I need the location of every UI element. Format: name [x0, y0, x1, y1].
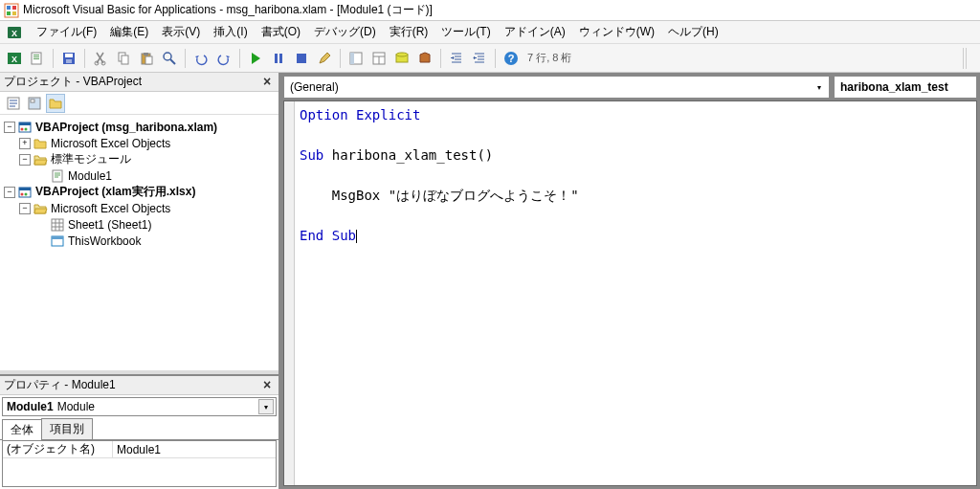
view-object-icon[interactable]: [25, 94, 44, 113]
tree-label: VBAProject (xlam実行用.xlsx): [35, 184, 195, 200]
tree-folder[interactable]: − Microsoft Excel Objects: [2, 200, 277, 216]
svg-text:?: ?: [508, 53, 515, 64]
paste-icon[interactable]: [136, 48, 157, 69]
tree-project-1[interactable]: − VBAProject (msg_haribona.xlam): [2, 119, 277, 135]
project-panel-title: プロジェクト - VBAProject: [4, 74, 142, 90]
svg-rect-21: [144, 53, 148, 56]
svg-rect-4: [12, 11, 16, 15]
menu-addins[interactable]: アドイン(A): [499, 22, 571, 42]
copy-icon[interactable]: [113, 48, 134, 69]
tree-folder[interactable]: − 標準モジュール: [2, 151, 277, 167]
view-excel-icon[interactable]: X: [4, 48, 25, 69]
svg-rect-27: [297, 54, 306, 63]
properties-grid[interactable]: (オブジェクト名) Module1: [2, 440, 277, 487]
project-panel-toolbar: [0, 92, 278, 115]
object-browser-icon[interactable]: [391, 48, 412, 69]
code-keyword: Sub: [300, 147, 323, 163]
view-code-icon[interactable]: [4, 94, 23, 113]
svg-rect-25: [275, 54, 278, 63]
menu-debug[interactable]: デバッグ(D): [308, 22, 382, 42]
tab-categorized[interactable]: 項目別: [41, 418, 93, 439]
help-icon[interactable]: ?: [501, 48, 522, 69]
collapse-icon[interactable]: −: [4, 122, 15, 133]
toolbox-icon[interactable]: [414, 48, 435, 69]
expand-icon[interactable]: +: [19, 138, 31, 149]
close-icon[interactable]: ×: [257, 376, 277, 393]
break-icon[interactable]: [268, 48, 289, 69]
tree-module[interactable]: Module1: [2, 167, 277, 184]
code-text: haribona_xlam_test(): [323, 147, 493, 163]
collapse-icon[interactable]: −: [19, 203, 31, 214]
svg-point-61: [21, 192, 24, 195]
svg-rect-52: [19, 122, 31, 125]
tree-label: ThisWorkbook: [68, 234, 141, 248]
project-tree[interactable]: − VBAProject (msg_haribona.xlam) + Micro…: [0, 115, 278, 370]
menu-insert[interactable]: 挿入(I): [208, 22, 253, 42]
window-title: Microsoft Visual Basic for Applications …: [23, 2, 433, 18]
menu-file[interactable]: ファイル(F): [31, 22, 102, 42]
tab-alphabetic[interactable]: 全体: [2, 419, 42, 440]
collapse-icon[interactable]: −: [4, 187, 15, 198]
redo-icon[interactable]: [213, 48, 234, 69]
insert-module-icon[interactable]: [27, 48, 48, 69]
folder-open-icon: [33, 201, 48, 216]
run-icon[interactable]: [245, 48, 266, 69]
svg-rect-10: [33, 55, 39, 56]
code-keyword: Option Explicit: [300, 107, 420, 122]
menu-window[interactable]: ウィンドウ(W): [573, 22, 660, 42]
object-type: Module: [57, 400, 95, 413]
workarea: プロジェクト - VBAProject × − VBAProject (msg_…: [0, 73, 980, 489]
properties-panel-title: プロパティ - Module1: [4, 377, 116, 393]
vba-project-icon: [17, 120, 33, 135]
tree-sheet[interactable]: Sheet1 (Sheet1): [2, 216, 277, 233]
code-editor[interactable]: Option Explicit Sub haribona_xlam_test()…: [283, 100, 977, 486]
object-dropdown[interactable]: (General) ▾: [283, 76, 830, 99]
undo-icon[interactable]: [190, 48, 212, 69]
outdent-icon[interactable]: [469, 48, 490, 69]
svg-point-23: [164, 53, 171, 60]
property-name: (オブジェクト名): [3, 441, 113, 457]
menu-view[interactable]: 表示(V): [156, 22, 206, 42]
tree-folder[interactable]: + Microsoft Excel Objects: [2, 135, 277, 151]
cursor-position: 7 行, 8 桁: [527, 51, 571, 65]
tree-project-2[interactable]: − VBAProject (xlam実行用.xlsx): [2, 184, 277, 200]
reset-icon[interactable]: [291, 48, 312, 69]
svg-text:X: X: [11, 29, 17, 38]
object-selector[interactable]: Module1 Module ▾: [2, 397, 277, 416]
separator: [495, 49, 496, 68]
toggle-folders-icon[interactable]: [46, 94, 65, 113]
excel-icon[interactable]: X: [6, 24, 23, 41]
save-icon[interactable]: [58, 48, 79, 69]
chevron-down-icon[interactable]: ▾: [812, 79, 827, 95]
close-icon[interactable]: ×: [257, 73, 277, 90]
toolbar: X ? 7 行, 8 桁: [0, 44, 980, 73]
procedure-dropdown[interactable]: haribona_xlam_test: [834, 76, 977, 99]
code-keyword: End Sub: [300, 228, 356, 243]
svg-rect-11: [33, 56, 39, 57]
chevron-down-icon[interactable]: ▾: [258, 399, 274, 414]
tree-workbook[interactable]: ThisWorkbook: [2, 233, 277, 249]
tree-label: Module1: [68, 169, 112, 183]
design-mode-icon[interactable]: [314, 48, 335, 69]
properties-window-icon[interactable]: [368, 48, 390, 69]
tree-label: VBAProject (msg_haribona.xlam): [35, 121, 217, 134]
menu-help[interactable]: ヘルプ(H): [662, 22, 724, 42]
menu-run[interactable]: 実行(R): [384, 22, 434, 42]
svg-rect-12: [33, 58, 39, 59]
menu-edit[interactable]: 編集(E): [104, 22, 154, 42]
property-row[interactable]: (オブジェクト名) Module1: [3, 441, 276, 458]
svg-rect-3: [7, 11, 11, 15]
menu-format[interactable]: 書式(O): [256, 22, 306, 42]
property-value[interactable]: Module1: [113, 441, 276, 457]
folder-icon: [33, 136, 48, 151]
code-header: (General) ▾ haribona_xlam_test: [283, 76, 977, 99]
indent-icon[interactable]: [446, 48, 467, 69]
find-icon[interactable]: [159, 48, 180, 69]
object-name: Module1: [7, 400, 54, 413]
menu-tools[interactable]: ツール(T): [435, 22, 496, 42]
svg-line-24: [170, 59, 175, 64]
project-explorer-icon[interactable]: [345, 48, 367, 69]
collapse-icon[interactable]: −: [19, 154, 31, 166]
properties-tabs: 全体 項目別: [0, 418, 278, 440]
cut-icon[interactable]: [90, 48, 111, 69]
